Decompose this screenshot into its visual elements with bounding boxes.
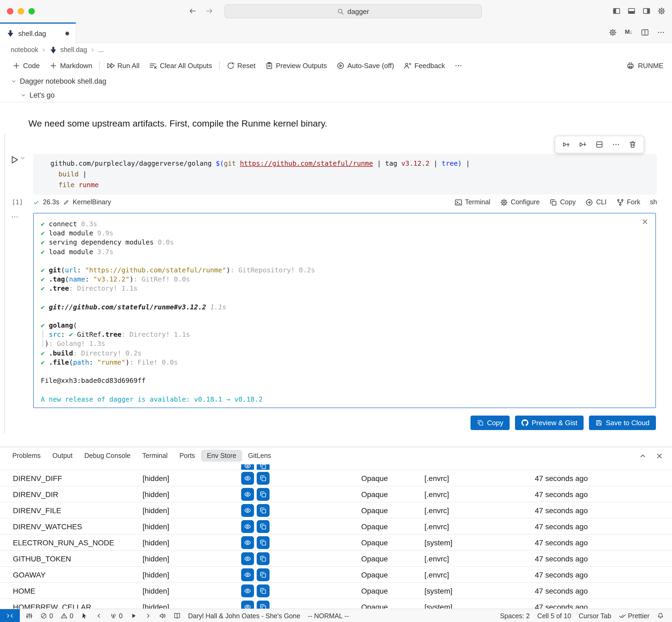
output-options-icon[interactable] (11, 213, 19, 221)
preview-gist-button[interactable]: Preview & Gist (515, 416, 584, 430)
panel-tab-ports[interactable]: Ports (174, 450, 201, 462)
status-speaker[interactable] (155, 609, 170, 622)
outline-heading[interactable]: Let's go (0, 88, 672, 102)
cell-action-fork-button[interactable]: Fork (616, 198, 640, 206)
markdown-preview-button[interactable]: M↓ (625, 28, 633, 36)
layout-sidebar-right-button[interactable] (642, 7, 650, 15)
panel-tab-env-store[interactable]: Env Store (201, 450, 242, 462)
zoom-window-button[interactable] (28, 8, 35, 14)
status-book[interactable] (170, 609, 184, 622)
env-reveal-button[interactable] (241, 600, 254, 609)
env-copy-button[interactable] (257, 536, 269, 549)
status-chevron-right[interactable] (141, 609, 155, 622)
env-reveal-button[interactable] (241, 552, 254, 565)
toolbar-preview-outputs-button[interactable]: Preview Outputs (260, 61, 332, 69)
env-copy-button[interactable] (257, 520, 269, 533)
env-reveal-button[interactable] (241, 464, 254, 470)
close-output-button[interactable] (641, 218, 649, 226)
outline-section[interactable]: Dagger notebook shell.dag (0, 74, 672, 88)
layout-sidebar-left-button[interactable] (612, 7, 621, 15)
env-reveal-button[interactable] (241, 520, 254, 533)
command-center-search[interactable]: dagger (225, 4, 482, 18)
minimize-window-button[interactable] (18, 8, 24, 14)
save-to-cloud-button[interactable]: Save to Cloud (589, 416, 656, 430)
trash-button[interactable] (629, 140, 637, 148)
env-reveal-button[interactable] (241, 472, 254, 484)
env-reveal-button[interactable] (241, 488, 254, 500)
cell-action-cli-button[interactable]: CLI (586, 198, 607, 206)
run-above-button[interactable] (562, 140, 570, 148)
run-below-button[interactable] (579, 140, 587, 148)
toolbar-clear-all-outputs-button[interactable]: Clear All Outputs (144, 61, 217, 69)
toolbar-code-button[interactable]: Code (7, 61, 44, 69)
chevron-down-icon[interactable] (21, 92, 26, 98)
env-copy-button[interactable] (257, 504, 269, 517)
panel-tab-problems[interactable]: Problems (6, 450, 47, 462)
copy-button[interactable]: Copy (470, 416, 510, 430)
env-copy-button[interactable] (257, 584, 269, 597)
back-icon[interactable] (189, 7, 197, 15)
panel-tab-gitlens[interactable]: GitLens (242, 450, 277, 462)
toolbar-reset-button[interactable]: Reset (222, 61, 260, 69)
status-spaces-2[interactable]: Spaces: 2 (496, 612, 533, 620)
env-copy-button[interactable] (257, 552, 269, 565)
remote-indicator[interactable] (0, 609, 20, 622)
cell-action-configure-button[interactable]: Configure (500, 198, 539, 206)
breadcrumb-item-notebook[interactable]: notebook (10, 46, 39, 54)
status-daryl-hall-john-oates-she-s-[interactable]: Daryl Hall & John Oates - She's Gone (184, 609, 304, 622)
modified-indicator[interactable] (65, 32, 69, 35)
env-copy-button[interactable] (257, 472, 269, 484)
cell-action-copy-button[interactable]: Copy (549, 198, 575, 206)
close-panel-icon[interactable] (656, 452, 664, 460)
status-chevron-left[interactable] (91, 609, 106, 622)
maximize-panel-icon[interactable] (639, 452, 647, 460)
run-cell-button[interactable] (10, 155, 19, 165)
env-reveal-button[interactable] (241, 504, 254, 517)
more-button[interactable] (612, 140, 620, 148)
status-normal[interactable]: -- NORMAL -- (304, 609, 352, 622)
breadcrumb-item-[interactable]: ... (97, 46, 105, 54)
env-copy-button[interactable] (257, 464, 269, 470)
runme-button[interactable]: RUNME (627, 61, 667, 69)
cell-action-terminal-button[interactable]: Terminal (454, 198, 490, 206)
env-copy-button[interactable] (257, 568, 269, 581)
run-options-icon[interactable] (20, 155, 26, 161)
env-copy-button[interactable] (257, 600, 269, 609)
tab-shell-dag[interactable]: shell.dag (0, 23, 76, 43)
cell-name[interactable]: KernelBinary (73, 198, 111, 206)
status-cursor-tab[interactable]: Cursor Tab (575, 612, 615, 620)
env-reveal-button[interactable] (241, 584, 254, 597)
toolbar-feedback-button[interactable]: Feedback (399, 61, 450, 69)
env-reveal-button[interactable] (241, 568, 254, 581)
close-window-button[interactable] (7, 8, 13, 14)
toolbar-more-button[interactable] (450, 61, 468, 69)
code-editor[interactable]: github.com/purpleclay/daggerverse/golang… (33, 154, 657, 195)
split-cell-button[interactable] (595, 140, 603, 148)
status-cell-5-of-10[interactable]: Cell 5 of 10 (533, 612, 575, 620)
cell-output[interactable]: ✔ connect 0.3s✔ load module 9.9s✔ servin… (33, 213, 656, 408)
status-cursor-arrow[interactable] (77, 609, 91, 622)
more-button[interactable] (657, 28, 665, 36)
breadcrumb-item-shell-dag[interactable]: shell.dag (48, 46, 88, 54)
toolbar-markdown-button[interactable]: Markdown (44, 61, 97, 69)
env-copy-button[interactable] (257, 488, 269, 500)
cell-action-sh-button[interactable]: sh (650, 198, 657, 206)
layout-panel-button[interactable] (628, 7, 636, 15)
chevron-down-icon[interactable] (11, 78, 16, 84)
status-0[interactable]: 0 (36, 609, 57, 622)
status-tune[interactable] (22, 609, 36, 622)
status-play[interactable] (126, 609, 141, 622)
forward-icon[interactable] (205, 7, 213, 15)
panel-tab-terminal[interactable]: Terminal (136, 450, 174, 462)
settings-gear-button[interactable] (658, 7, 666, 15)
settings-gear-button[interactable] (609, 28, 617, 36)
toolbar-run-all-button[interactable]: Run All (102, 61, 144, 69)
status-prettier[interactable]: Prettier (615, 612, 653, 620)
split-editor-button[interactable] (641, 28, 649, 36)
env-reveal-button[interactable] (241, 536, 254, 549)
panel-tab-output[interactable]: Output (47, 450, 78, 462)
status-bell[interactable] (653, 612, 668, 619)
status-0[interactable]: 0 (57, 609, 77, 622)
status-0[interactable]: 0 (106, 609, 126, 622)
toolbar-auto-save-off-button[interactable]: Auto-Save (off) (332, 61, 399, 69)
